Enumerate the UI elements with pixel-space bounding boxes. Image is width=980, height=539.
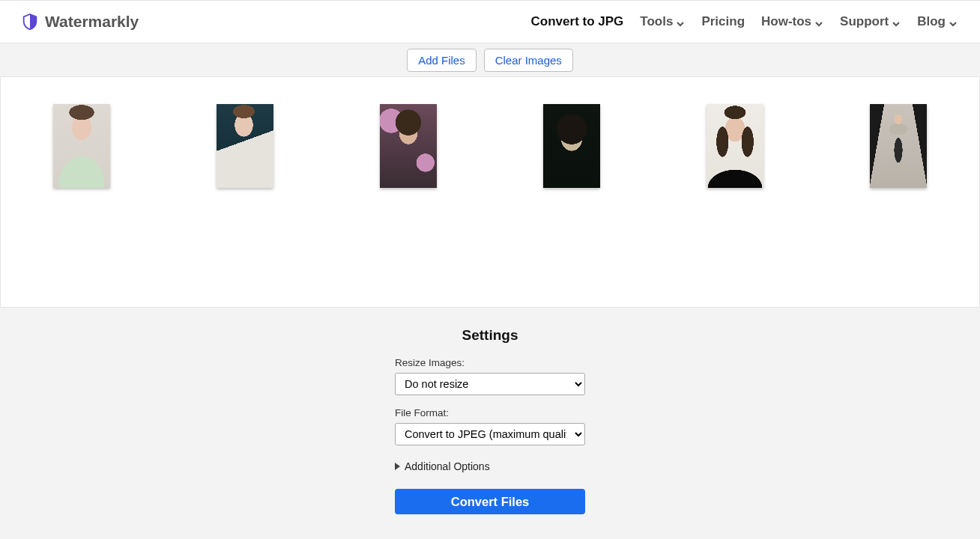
settings-panel: Settings Resize Images: Do not resize Fi… [0, 308, 980, 539]
main-nav: Convert to JPG Tools Pricing How-tos Sup… [531, 14, 958, 29]
chevron-down-icon [814, 17, 823, 26]
nav-tools[interactable]: Tools [640, 14, 685, 29]
resize-select[interactable]: Do not resize [395, 373, 585, 395]
nav-how-tos-label: How-tos [761, 14, 811, 29]
image-thumb-4[interactable] [543, 104, 600, 188]
additional-options-label: Additional Options [405, 460, 490, 472]
clear-images-button[interactable]: Clear Images [484, 49, 573, 72]
triangle-right-icon [395, 463, 400, 470]
brand-logo[interactable]: Watermarkly [22, 13, 139, 31]
image-gallery [0, 77, 980, 308]
add-files-button[interactable]: Add Files [407, 49, 477, 72]
nav-pricing[interactable]: Pricing [701, 14, 745, 29]
nav-blog[interactable]: Blog [917, 14, 958, 29]
nav-tools-label: Tools [640, 14, 673, 29]
format-select[interactable]: Convert to JPEG (maximum quality, [395, 423, 585, 445]
convert-files-button[interactable]: Convert Files [395, 489, 585, 514]
image-thumb-2[interactable] [217, 104, 273, 188]
image-thumb-3[interactable] [380, 104, 437, 188]
resize-label: Resize Images: [395, 357, 585, 368]
image-thumb-1[interactable] [53, 104, 110, 188]
settings-title: Settings [0, 327, 980, 344]
shield-icon [22, 13, 37, 30]
brand-name: Watermarkly [45, 13, 139, 31]
nav-support[interactable]: Support [840, 14, 901, 29]
chevron-down-icon [892, 17, 901, 26]
settings-form: Resize Images: Do not resize File Format… [395, 357, 585, 514]
image-thumb-5[interactable] [707, 104, 763, 188]
chevron-down-icon [676, 17, 685, 26]
image-thumb-6[interactable] [870, 104, 927, 188]
nav-support-label: Support [840, 14, 889, 29]
additional-options-toggle[interactable]: Additional Options [395, 460, 585, 472]
file-toolbar: Add Files Clear Images [0, 43, 980, 77]
nav-convert-to-jpg[interactable]: Convert to JPG [531, 14, 624, 29]
nav-how-tos[interactable]: How-tos [761, 14, 823, 29]
nav-blog-label: Blog [917, 14, 946, 29]
format-label: File Format: [395, 407, 585, 418]
app-header: Watermarkly Convert to JPG Tools Pricing… [0, 0, 980, 43]
chevron-down-icon [949, 17, 958, 26]
